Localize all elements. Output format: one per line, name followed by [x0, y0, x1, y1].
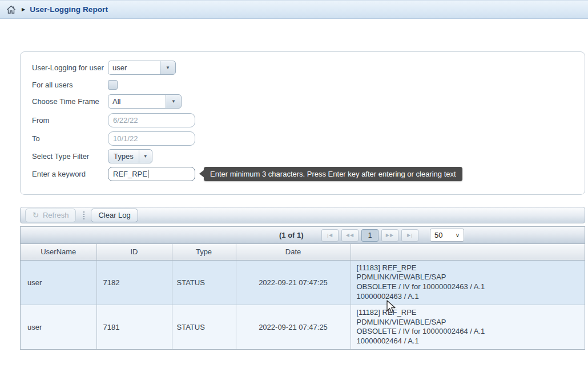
- time-frame-dropdown-icon[interactable]: ▼: [166, 95, 181, 108]
- table-header-row: UserName ID Type Date: [21, 244, 585, 260]
- types-dropdown-label: Types: [108, 152, 139, 161]
- message-line: OBSOLETE / IV for 10000002464 / A.1: [357, 327, 579, 337]
- message-line: OBSOLETE / IV for 10000002463 / A.1: [357, 282, 579, 292]
- from-label: From: [32, 116, 108, 125]
- type-filter-label: Select Type Filter: [32, 152, 108, 161]
- cell-username: user: [21, 260, 96, 305]
- all-users-label: For all users: [32, 81, 108, 89]
- cell-type: STATUS: [172, 260, 236, 305]
- table-row[interactable]: user 7181 STATUS 2022-09-21 07:47:25 [11…: [21, 305, 585, 349]
- cell-message: [11183] REF_RPE PDMLINK/VIEWABLE/SAP OBS…: [351, 260, 585, 305]
- cell-username: user: [21, 305, 96, 349]
- page-size-select[interactable]: 50 ∨: [430, 229, 464, 242]
- message-line: PDMLINK/VIEWABLE/SAP: [357, 273, 579, 282]
- keyword-input-value: REF_RPE: [113, 170, 147, 178]
- page-1-button[interactable]: 1: [361, 229, 378, 242]
- message-line: PDMLINK/VIEWABLE/SAP: [357, 318, 579, 327]
- message-line: [11182] REF_RPE: [357, 308, 579, 318]
- page-title[interactable]: User-Logging Report: [30, 5, 108, 14]
- breadcrumb-arrow-icon: ▶: [22, 7, 25, 12]
- types-dropdown-button[interactable]: Types ▼: [108, 149, 152, 163]
- paginator: (1 of 1) |◀ ◀◀ 1 ▶▶ ▶| 50 ∨: [21, 227, 585, 244]
- cell-id: 7181: [96, 305, 172, 349]
- types-dropdown-icon: ▼: [139, 150, 152, 163]
- time-frame-combobox[interactable]: All ▼: [108, 94, 182, 109]
- from-date-input[interactable]: [108, 113, 195, 127]
- previous-page-button[interactable]: ◀◀: [341, 229, 359, 242]
- time-frame-label: Choose Time Frame: [32, 97, 108, 106]
- log-table: UserName ID Type Date user 7182 STATUS 2…: [21, 244, 585, 349]
- cell-date: 2022-09-21 07:47:25: [236, 305, 351, 349]
- refresh-button[interactable]: ↻ Refresh: [25, 209, 76, 222]
- keyword-input[interactable]: REF_RPE: [108, 167, 195, 181]
- column-header-date: Date: [236, 244, 351, 260]
- breadcrumb: ▶ User-Logging Report: [0, 0, 588, 19]
- cell-type: STATUS: [172, 305, 236, 349]
- message-line: [11183] REF_RPE: [357, 263, 579, 273]
- user-combobox-dropdown-icon[interactable]: ▼: [160, 61, 175, 74]
- keyword-label: Enter a keyword: [32, 170, 108, 178]
- all-users-checkbox[interactable]: [108, 80, 118, 90]
- last-page-button[interactable]: ▶|: [401, 229, 418, 242]
- user-combobox-value[interactable]: user: [108, 61, 160, 74]
- first-page-button[interactable]: |◀: [321, 229, 339, 242]
- clear-log-button-label: Clear Log: [98, 211, 130, 219]
- to-label: To: [32, 134, 108, 143]
- column-header-message: [351, 244, 585, 260]
- page-size-value: 50: [434, 231, 442, 239]
- message-line: 10000002464 / A.1: [357, 337, 579, 346]
- to-date-input[interactable]: [108, 131, 195, 146]
- column-header-type: Type: [172, 244, 236, 260]
- previous-page-icon: ◀◀: [346, 233, 354, 238]
- next-page-button[interactable]: ▶▶: [381, 229, 398, 242]
- text-caret: [148, 170, 148, 178]
- message-line: 10000002463 / A.1: [357, 292, 579, 302]
- last-page-icon: ▶|: [407, 233, 413, 238]
- refresh-icon: ↻: [33, 211, 39, 219]
- home-icon[interactable]: [6, 5, 16, 14]
- column-header-username: UserName: [21, 244, 96, 260]
- log-grid: (1 of 1) |◀ ◀◀ 1 ▶▶ ▶| 50 ∨ UserName ID: [20, 226, 585, 350]
- cell-date: 2022-09-21 07:47:25: [236, 260, 351, 305]
- user-combobox[interactable]: user ▼: [108, 61, 176, 75]
- toolbar-separator: [83, 211, 84, 219]
- page-size-chevron-icon: ∨: [456, 232, 460, 238]
- cell-message: [11182] REF_RPE PDMLINK/VIEWABLE/SAP OBS…: [351, 305, 585, 349]
- cell-id: 7182: [96, 260, 172, 305]
- first-page-icon: |◀: [327, 233, 333, 238]
- table-row[interactable]: user 7182 STATUS 2022-09-21 07:47:25 [11…: [21, 260, 585, 305]
- time-frame-combobox-value[interactable]: All: [108, 95, 166, 108]
- grid-toolbar: ↻ Refresh Clear Log: [20, 207, 585, 223]
- refresh-button-label: Refresh: [43, 211, 69, 219]
- page-report: (1 of 1): [279, 231, 304, 239]
- next-page-icon: ▶▶: [386, 233, 394, 238]
- keyword-tooltip: Enter minimum 3 characters. Press Enter …: [204, 167, 462, 181]
- clear-log-button[interactable]: Clear Log: [91, 209, 138, 222]
- column-header-id: ID: [96, 244, 172, 260]
- user-logging-report-page: ▶ User-Logging Report User-Logging for u…: [0, 0, 588, 376]
- user-field-label: User-Logging for user: [32, 63, 108, 72]
